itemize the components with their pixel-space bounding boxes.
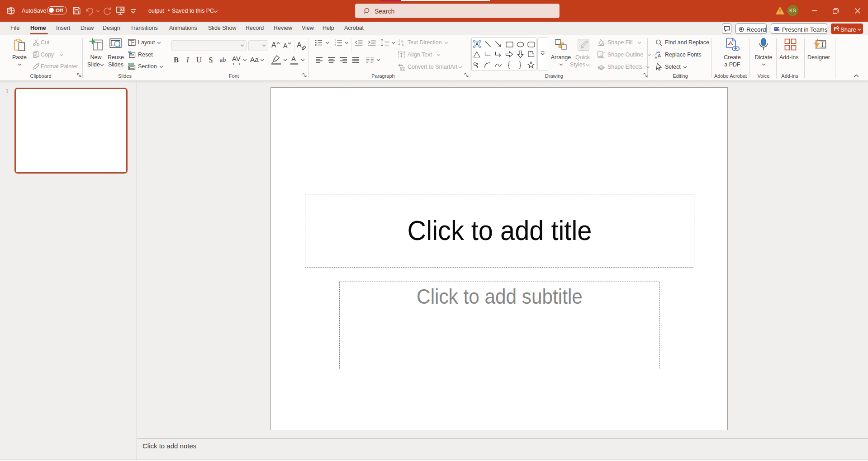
svg-text:A: A <box>401 39 403 43</box>
svg-text:3: 3 <box>335 44 336 47</box>
svg-text:A: A <box>475 42 479 47</box>
svg-text:P: P <box>9 8 12 13</box>
svg-text:T: T <box>775 28 777 31</box>
svg-text:A: A <box>655 56 658 59</box>
svg-text:A: A <box>658 53 661 58</box>
